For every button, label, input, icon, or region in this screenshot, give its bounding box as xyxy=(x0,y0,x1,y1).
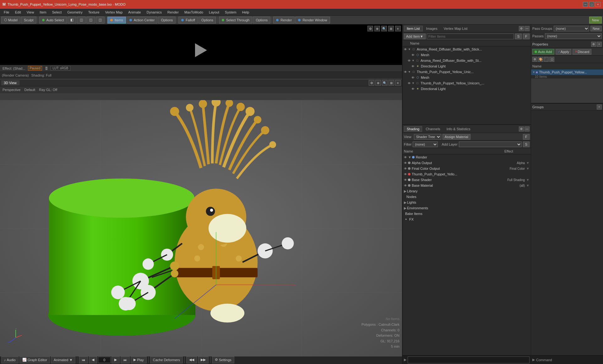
auto-select-button[interactable]: Auto Select xyxy=(39,17,67,24)
eye-icon[interactable]: 👁 xyxy=(404,173,407,176)
eye-icon[interactable]: 👁 xyxy=(404,178,407,182)
shade-row[interactable]: Bake Items xyxy=(403,211,531,217)
eye-icon[interactable]: 👁 xyxy=(411,53,415,57)
minimize-button[interactable]: ─ xyxy=(583,2,588,7)
eye-icon[interactable]: 👁 xyxy=(404,48,407,51)
prop-add-icon[interactable]: + xyxy=(597,42,602,47)
icon-btn-3[interactable]: ◫ xyxy=(86,17,95,24)
eye-icon[interactable]: 👁 xyxy=(404,184,407,187)
eye-icon[interactable]: 👁 xyxy=(404,70,407,74)
eye-icon[interactable]: 👁 xyxy=(408,82,411,85)
items-button[interactable]: Items xyxy=(107,17,126,24)
menu-system[interactable]: System xyxy=(222,10,239,15)
render-button[interactable]: Render xyxy=(273,17,295,24)
eye-icon[interactable]: 👁 xyxy=(411,76,415,79)
menu-item[interactable]: Item xyxy=(37,10,49,15)
collapse-arrow[interactable]: ▼ xyxy=(408,70,411,73)
vp3d-expand-icon[interactable]: ⊞ xyxy=(388,80,394,86)
play-button[interactable] xyxy=(193,42,209,58)
group-collapse-arrow[interactable]: ▼ xyxy=(532,71,535,74)
menu-help[interactable]: Help xyxy=(240,10,252,15)
icon-btn-2[interactable]: ◫ xyxy=(77,17,86,24)
shade-row[interactable]: 👁 Alpha Output Alpha ▼ xyxy=(403,160,531,166)
options-button-2[interactable]: Options xyxy=(198,17,216,24)
item-row[interactable]: 👁 ☀ Directional Light xyxy=(403,86,531,92)
shade-row[interactable]: ▶ Library xyxy=(403,188,531,194)
options-button-1[interactable]: Options xyxy=(158,17,176,24)
prev-btn-2[interactable]: ◀◀ xyxy=(186,356,197,363)
menu-geometry[interactable]: Geometry xyxy=(65,10,85,15)
vp-close-icon[interactable]: ≡ xyxy=(395,26,401,31)
groups-add-icon[interactable]: + xyxy=(597,104,602,110)
shade-row[interactable]: 👁 Final Color Output Final Color ▼ xyxy=(403,166,531,171)
shading-f-button[interactable]: F xyxy=(523,134,530,140)
dropdown-icon[interactable]: ▼ xyxy=(526,161,530,165)
animated-button[interactable]: Animated ▼ xyxy=(51,356,75,363)
prev-frame-button[interactable]: ◀ xyxy=(89,356,97,363)
collapse-arrow[interactable]: ▼ xyxy=(412,82,415,85)
item-row[interactable]: 👁 ▼ □ Aroma_Reed_Diffuser_Bottle_with_St… xyxy=(403,58,531,63)
eye-icon[interactable]: 👁 xyxy=(411,87,415,91)
cache-deformers-button[interactable]: Cache Deformers xyxy=(150,356,183,363)
tab-channels[interactable]: Channels xyxy=(423,126,443,132)
shade-row[interactable]: 👁 Base Shader Full Shading ▼ xyxy=(403,177,531,183)
shading-list[interactable]: 👁 ▼ Render 👁 Alpha Output Alpha ▼ 👁 xyxy=(403,154,531,355)
shading-settings-icon[interactable]: ⚙ xyxy=(519,126,524,131)
vp-settings-icon[interactable]: ⚙ xyxy=(367,26,373,31)
menu-texture[interactable]: Texture xyxy=(86,10,102,15)
next-frame-button[interactable]: ▶ xyxy=(111,356,120,363)
filter-items-input[interactable] xyxy=(427,34,514,39)
tab-info-statistics[interactable]: Info & Statistics xyxy=(444,126,473,132)
next-key-button[interactable]: ⏭ xyxy=(121,356,130,363)
shading-collapse-icon[interactable]: — xyxy=(524,126,530,131)
dropdown-icon4[interactable]: ▼ xyxy=(526,184,530,187)
vp3d-search-icon[interactable]: 🔍 xyxy=(382,80,388,86)
eye-icon[interactable]: 👁 xyxy=(404,167,407,170)
eye-icon[interactable]: 👁 xyxy=(411,65,415,68)
filter-f-button[interactable]: F xyxy=(523,34,530,39)
shader-tree-select[interactable]: Shader Tree xyxy=(414,134,441,140)
sculpt-button[interactable]: Sculpt xyxy=(21,17,36,24)
menu-edit[interactable]: Edit xyxy=(13,10,24,15)
item-list-content[interactable]: 👁 ▼ □ Aroma_Reed_Diffuser_Bottle_with_St… xyxy=(403,46,531,124)
shade-row[interactable]: 👁 Base Material (all) ▼ xyxy=(403,183,531,188)
icon-btn-4[interactable]: ◫ xyxy=(96,17,105,24)
item-row[interactable]: 👁 ⬡ Mesh xyxy=(403,75,531,80)
shade-row[interactable]: Nodes xyxy=(403,194,531,200)
menu-file[interactable]: File xyxy=(1,10,12,15)
pass-groups-select[interactable]: (none) xyxy=(554,26,589,31)
audio-button[interactable]: ♪ Audio xyxy=(1,356,19,363)
title-bar-controls[interactable]: ─ □ × xyxy=(583,2,600,7)
item-row[interactable]: 👁 ⬡ Mesh xyxy=(403,52,531,58)
menu-render[interactable]: Render xyxy=(165,10,181,15)
menu-animate[interactable]: Animate xyxy=(126,10,143,15)
vp3d-menu-icon[interactable]: ≡ xyxy=(395,80,401,86)
tab-vertex-map-list[interactable]: Vertex Map List xyxy=(441,26,470,31)
eye-icon[interactable]: 👁 xyxy=(408,59,411,62)
group-row[interactable]: ▼ ■ Thumb_Push_Puppet_Yellow... xyxy=(531,69,603,75)
menu-select[interactable]: Select xyxy=(50,10,64,15)
menu-dynamics[interactable]: Dynamics xyxy=(144,10,164,15)
shade-row[interactable]: 👁 Thumb_Push_Puppet_Yello... xyxy=(403,171,531,177)
vp-search-icon[interactable]: 🔍 xyxy=(381,26,387,31)
command-input[interactable] xyxy=(408,356,530,363)
eye-icon[interactable]: 👁 xyxy=(404,156,407,159)
falloff-button[interactable]: Falloff xyxy=(178,17,198,24)
pass-groups-new-button[interactable]: New xyxy=(590,26,602,31)
item-row[interactable]: 👁 ▼ □ Thumb_Push_Puppet_Yellow_Unicorn_.… xyxy=(403,80,531,86)
action-center-button[interactable]: Action Center xyxy=(127,17,158,24)
vp-zoom-icon[interactable]: ⊕ xyxy=(374,26,380,31)
maximize-button[interactable]: □ xyxy=(589,2,594,7)
vp3d-zoom-icon[interactable]: ⊕ xyxy=(375,80,381,86)
auto-add-button[interactable]: Auto Add xyxy=(532,49,554,55)
collapse-arrow[interactable]: ▼ xyxy=(408,48,411,51)
collapse-arrow[interactable]: ▼ xyxy=(412,59,415,62)
assign-material-button[interactable]: Assign Material xyxy=(443,134,470,140)
play-stop-button[interactable]: ▶ Play xyxy=(131,356,146,363)
shade-row[interactable]: ▶ Environments xyxy=(403,205,531,211)
close-button[interactable]: × xyxy=(595,2,600,7)
passes-select[interactable]: (none) xyxy=(545,33,602,39)
item-row[interactable]: 👁 ▼ □ Thumb_Push_Puppet_Yellow_Unic... xyxy=(403,69,531,75)
prop-icon-1[interactable]: ⚙ xyxy=(532,57,537,62)
shade-row[interactable]: ✦ FX xyxy=(403,217,531,222)
